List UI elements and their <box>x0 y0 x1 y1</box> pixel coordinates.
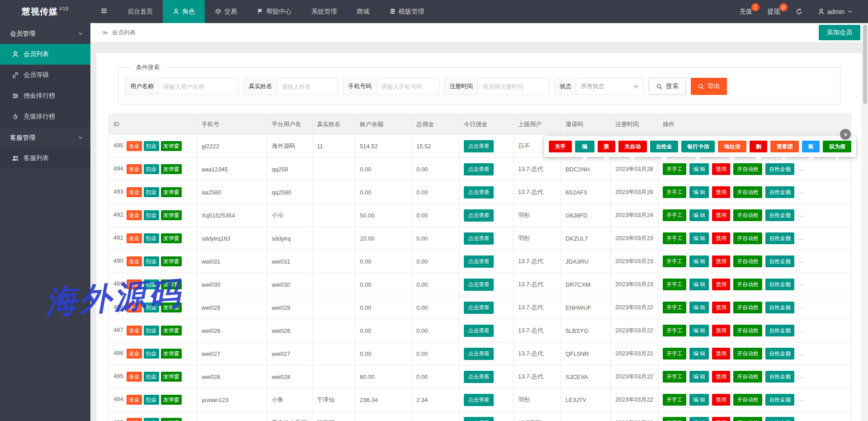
topnav-help-center[interactable]: 帮助中心 <box>247 0 302 23</box>
disable-button[interactable]: 禁用 <box>712 394 730 406</box>
send-gold-button[interactable]: 送金 <box>127 303 142 312</box>
register-time-input[interactable] <box>477 78 550 95</box>
edit-button[interactable]: 编 辑 <box>689 348 709 360</box>
send-popup-button[interactable]: 发弹窗 <box>161 141 182 151</box>
send-popup-button[interactable]: 发弹窗 <box>161 164 182 174</box>
deduct-gold-button[interactable]: 扣金 <box>144 349 159 359</box>
send-popup-button[interactable]: 发弹窗 <box>161 210 182 220</box>
send-popup-button[interactable]: 发弹窗 <box>161 418 182 421</box>
more-actions-button[interactable]: ... <box>797 395 804 402</box>
disable-button[interactable]: 禁用 <box>712 255 730 267</box>
status-select[interactable]: 所有状态 <box>576 78 644 95</box>
close-icon[interactable] <box>840 129 851 140</box>
auto-grab-on-button[interactable]: 开自动抢 <box>733 163 762 175</box>
more-actions-button[interactable]: ... <box>797 372 804 379</box>
deduct-gold-button[interactable]: 扣金 <box>144 187 159 197</box>
self-grab-amount-button[interactable]: 自抢金额 <box>765 232 794 244</box>
self-grab-amount-button[interactable]: 自抢金额 <box>765 325 794 336</box>
edit-button[interactable]: 编 辑 <box>689 279 709 290</box>
deduct-gold-button[interactable]: 扣金 <box>144 418 159 421</box>
self-grab-amount-button[interactable]: 自抢金额 <box>765 163 794 175</box>
disable-button[interactable]: 禁用 <box>712 279 730 290</box>
more-actions-button[interactable]: ... <box>797 303 804 310</box>
more-actions-button[interactable]: ... <box>797 257 804 264</box>
self-grab-amount-button[interactable]: 自抢金额 <box>765 417 794 421</box>
disable-button[interactable]: 禁用 <box>712 186 730 198</box>
sidebar-item-commission-ranking[interactable]: 佣金排行榜 <box>0 85 90 106</box>
deduct-gold-button[interactable]: 扣金 <box>144 141 159 151</box>
disable-button[interactable]: 禁用 <box>598 141 615 152</box>
self-grab-amount-button[interactable]: 自抢金额 <box>765 302 794 313</box>
send-gold-button[interactable]: 送金 <box>127 164 142 174</box>
deduct-gold-button[interactable]: 扣金 <box>144 256 159 266</box>
manual-off-button[interactable]: 关手工 <box>549 141 572 152</box>
collapse-menu-button[interactable] <box>90 0 118 23</box>
send-gold-button[interactable]: 送金 <box>127 418 142 421</box>
disable-button[interactable]: 禁用 <box>712 417 730 421</box>
send-gold-button[interactable]: 送金 <box>127 187 142 197</box>
auto-grab-on-button[interactable]: 开自动抢 <box>733 279 762 290</box>
more-actions-button[interactable]: ... <box>797 188 804 195</box>
sidebar-group-member-management[interactable]: 会员管理 <box>0 23 90 44</box>
username-input[interactable] <box>158 78 239 95</box>
address-info-button[interactable]: 地址信息 <box>718 141 746 152</box>
send-popup-button[interactable]: 发弹窗 <box>161 256 182 266</box>
search-button[interactable]: 搜索 <box>649 78 686 95</box>
bank-card-info-button[interactable]: 银行卡信息 <box>681 141 715 152</box>
view-today-commission-button[interactable]: 点击查看 <box>464 140 494 152</box>
export-button[interactable]: 导出 <box>691 78 727 95</box>
self-grab-amount-button[interactable]: 自抢金额 <box>765 371 794 383</box>
view-today-commission-button[interactable]: 点击查看 <box>464 279 494 291</box>
manual-on-button[interactable]: 开手工 <box>663 163 686 175</box>
view-today-commission-button[interactable]: 点击查看 <box>464 348 494 360</box>
manual-on-button[interactable]: 开手工 <box>663 255 686 267</box>
admin-user-menu[interactable]: admin <box>818 8 853 15</box>
auto-grab-on-button[interactable]: 开自动抢 <box>733 394 762 406</box>
auto-grab-on-button[interactable]: 开自动抢 <box>733 371 762 383</box>
send-popup-button[interactable]: 发弹窗 <box>161 395 182 405</box>
more-actions-button[interactable]: ... <box>797 280 804 287</box>
disable-button[interactable]: 禁用 <box>712 302 730 313</box>
view-team-button[interactable]: 查看团队 <box>770 141 799 152</box>
send-gold-button[interactable]: 送金 <box>127 210 142 220</box>
disable-button[interactable]: 禁用 <box>712 371 730 383</box>
edit-button[interactable]: 编 辑 <box>689 163 709 175</box>
auto-grab-on-button[interactable]: 开自动抢 <box>733 209 762 221</box>
view-today-commission-button[interactable]: 点击查看 <box>464 186 494 199</box>
phone-input[interactable] <box>376 78 439 95</box>
send-popup-button[interactable]: 发弹窗 <box>161 187 182 197</box>
auto-grab-on-button[interactable]: 开自动抢 <box>733 186 762 198</box>
view-today-commission-button[interactable]: 点击查看 <box>464 302 494 314</box>
auto-grab-on-button[interactable]: 开自动抢 <box>733 302 762 313</box>
edit-button[interactable]: 编 辑 <box>689 394 709 406</box>
deduct-gold-button[interactable]: 扣金 <box>144 233 159 243</box>
view-today-commission-button[interactable]: 点击查看 <box>464 232 494 245</box>
recharge-link[interactable]: 充值1 <box>740 8 752 16</box>
topnav-mall[interactable]: 商城 <box>347 0 379 23</box>
send-popup-button[interactable]: 发弹窗 <box>161 372 182 382</box>
edit-button[interactable]: 编 辑 <box>689 325 709 336</box>
manual-on-button[interactable]: 开手工 <box>663 186 686 198</box>
disable-button[interactable]: 禁用 <box>712 348 730 360</box>
more-actions-button[interactable]: ... <box>797 234 804 241</box>
auto-grab-on-button[interactable]: 开自动抢 <box>733 417 762 421</box>
withdraw-link[interactable]: 提现0 <box>768 8 780 16</box>
send-gold-button[interactable]: 送金 <box>127 372 142 382</box>
edit-button[interactable]: 编 辑 <box>689 232 709 244</box>
view-today-commission-button[interactable]: 点击查看 <box>464 371 494 383</box>
auto-grab-on-button[interactable]: 开自动抢 <box>733 232 762 244</box>
deduct-gold-button[interactable]: 扣金 <box>144 395 159 405</box>
topnav-system[interactable]: 系统管理 <box>302 0 347 23</box>
more-actions-button[interactable]: ... <box>797 211 804 218</box>
manual-on-button[interactable]: 开手工 <box>663 371 686 383</box>
view-today-commission-button[interactable]: 点击查看 <box>464 325 494 337</box>
auto-grab-off-button[interactable]: 关自动抢 <box>618 141 647 152</box>
more-actions-button[interactable]: ... <box>797 165 804 172</box>
send-popup-button[interactable]: 发弹窗 <box>161 326 182 336</box>
sidebar-group-service-management[interactable]: 客服管理 <box>0 127 90 148</box>
send-gold-button[interactable]: 送金 <box>127 233 142 243</box>
view-today-commission-button[interactable]: 点击查看 <box>464 394 494 406</box>
manual-on-button[interactable]: 开手工 <box>663 394 686 406</box>
edit-button[interactable]: 编 辑 <box>689 302 709 313</box>
more-actions-button[interactable]: ... <box>797 349 804 356</box>
